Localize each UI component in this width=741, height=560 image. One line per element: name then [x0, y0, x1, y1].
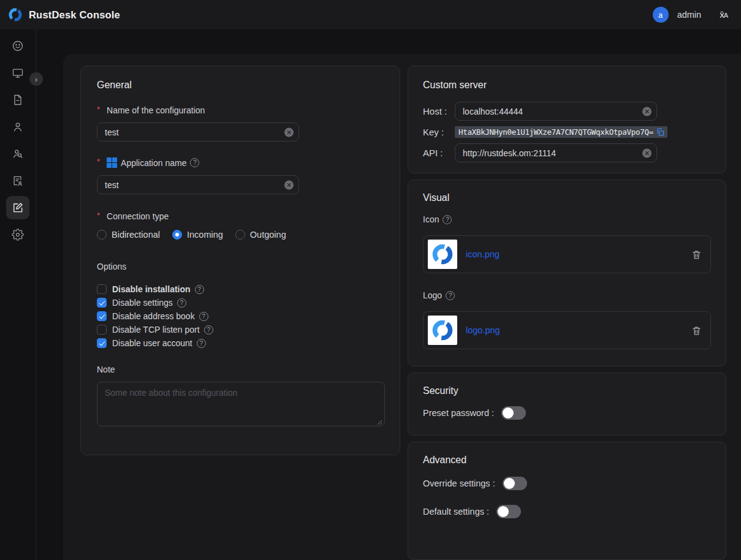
- sidebar-item-groups[interactable]: [6, 142, 29, 165]
- clear-icon[interactable]: ✕: [642, 107, 652, 116]
- application-name-input[interactable]: [97, 175, 299, 194]
- smiley-icon: [12, 40, 24, 52]
- brand: RustDesk Console: [7, 7, 120, 23]
- sidebar-item-dashboard[interactable]: [6, 34, 29, 58]
- application-name-label: Application name ?: [97, 157, 384, 168]
- security-card: Security Preset password :: [408, 373, 726, 436]
- gear-icon: [12, 229, 24, 241]
- checkbox-box: [97, 338, 107, 348]
- edit-icon: [12, 202, 24, 214]
- override-settings-label: Override settings :: [423, 479, 495, 488]
- logo-preview: [428, 316, 457, 345]
- icon-file-link[interactable]: icon.png: [466, 249, 683, 259]
- general-title: General: [97, 80, 384, 91]
- advanced-card: Advanced Override settings : Default set…: [408, 442, 726, 560]
- radio-outgoing[interactable]: Outgoing: [235, 230, 286, 240]
- help-icon[interactable]: ?: [204, 325, 213, 335]
- key-value: HtaXBkJNHyn0e1U1jWXze7A7CN7QTGWqxkOtpaVp…: [458, 127, 653, 137]
- preset-password-toggle[interactable]: [501, 406, 526, 420]
- help-icon[interactable]: ?: [199, 312, 208, 321]
- config-name-label: Name of the configuration: [97, 105, 384, 115]
- note-label: Note: [97, 365, 384, 374]
- chevron-right-icon: ›: [35, 75, 37, 84]
- audit-log-icon: [12, 175, 24, 187]
- document-icon: [12, 94, 24, 106]
- options-list: Disable installation ? Disable settings …: [97, 282, 384, 350]
- trash-icon[interactable]: [691, 249, 702, 260]
- logo-label: Logo ?: [423, 290, 711, 300]
- logo-upload-row: logo.png: [423, 311, 711, 349]
- api-label: API :: [423, 148, 455, 158]
- checkbox-disable-address-book[interactable]: Disable address book ?: [97, 309, 384, 323]
- sidebar-item-custom-clients[interactable]: [6, 196, 29, 219]
- key-value-chip: HtaXBkJNHyn0e1U1jWXze7A7CN7QTGWqxkOtpaVp…: [455, 126, 667, 138]
- clear-icon[interactable]: ✕: [284, 180, 294, 189]
- visual-title: Visual: [423, 192, 711, 203]
- rustdesk-logo: [430, 318, 455, 342]
- help-icon[interactable]: ?: [443, 215, 452, 224]
- trash-icon[interactable]: [691, 325, 702, 336]
- connection-type-group: Bidirectional Incoming Outgoing: [97, 230, 384, 240]
- clear-icon[interactable]: ✕: [284, 127, 294, 137]
- checkbox-box: [97, 311, 107, 321]
- checkbox-disable-user-account[interactable]: Disable user account ?: [97, 336, 384, 350]
- note-textarea[interactable]: [97, 382, 385, 426]
- translate-icon[interactable]: x̄A: [720, 9, 728, 20]
- advanced-title: Advanced: [423, 455, 711, 466]
- icon-preview: [428, 240, 457, 269]
- sidebar: [0, 29, 36, 560]
- general-card: General Name of the configuration ✕ Appl…: [80, 66, 400, 455]
- help-icon[interactable]: ?: [446, 291, 455, 300]
- sidebar-expand-button[interactable]: ›: [29, 72, 43, 86]
- avatar[interactable]: a: [653, 7, 669, 23]
- checkbox-box: [97, 298, 107, 308]
- custom-server-title: Custom server: [423, 80, 711, 91]
- icon-label: Icon ?: [423, 214, 711, 224]
- sidebar-item-audit[interactable]: [6, 169, 29, 192]
- radio-circle: [172, 230, 182, 240]
- config-name-input[interactable]: [97, 123, 299, 142]
- default-settings-label: Default settings :: [423, 507, 489, 516]
- radio-circle: [235, 230, 245, 240]
- override-settings-toggle[interactable]: [503, 477, 527, 490]
- checkbox-box: [97, 325, 107, 335]
- checkbox-box: [97, 284, 107, 294]
- help-icon[interactable]: ?: [190, 158, 199, 167]
- user-search-icon: [12, 148, 24, 160]
- host-label: Host :: [423, 106, 455, 116]
- key-label: Key :: [423, 127, 455, 137]
- main-content: General Name of the configuration ✕ Appl…: [36, 29, 741, 560]
- rustdesk-logo: [7, 7, 23, 23]
- default-settings-toggle[interactable]: [496, 505, 521, 518]
- clear-icon[interactable]: ✕: [642, 148, 652, 157]
- api-input[interactable]: [455, 143, 657, 162]
- rustdesk-logo: [430, 242, 455, 267]
- user-icon: [12, 121, 24, 133]
- username[interactable]: admin: [677, 10, 702, 20]
- app-header: RustDesk Console a admin x̄A: [0, 0, 741, 29]
- custom-server-card: Custom server Host : ✕ Key : HtaXBkJNHyn…: [408, 66, 726, 173]
- sidebar-item-sessions[interactable]: [6, 88, 29, 112]
- options-label: Options: [97, 262, 384, 271]
- sidebar-item-users[interactable]: [6, 115, 29, 138]
- help-icon[interactable]: ?: [197, 339, 206, 348]
- host-input[interactable]: [455, 102, 657, 121]
- checkbox-disable-tcp-listen-port[interactable]: Disable TCP listen port ?: [97, 323, 384, 336]
- sidebar-item-devices[interactable]: [6, 61, 29, 85]
- help-icon[interactable]: ?: [177, 298, 186, 308]
- sidebar-item-settings[interactable]: [6, 223, 29, 246]
- radio-bidirectional[interactable]: Bidirectional: [97, 230, 160, 240]
- checkbox-disable-settings[interactable]: Disable settings ?: [97, 296, 384, 309]
- preset-password-label: Preset password :: [423, 408, 494, 418]
- connection-type-label: Connection type: [97, 211, 384, 221]
- checkbox-disable-installation[interactable]: Disable installation ?: [97, 282, 384, 296]
- logo-file-link[interactable]: logo.png: [466, 325, 683, 335]
- copy-icon[interactable]: [656, 127, 665, 137]
- radio-incoming[interactable]: Incoming: [172, 230, 223, 240]
- radio-circle: [97, 230, 107, 240]
- help-icon[interactable]: ?: [195, 285, 204, 294]
- visual-card: Visual Icon ? icon.png: [408, 180, 726, 366]
- windows-icon: [107, 157, 117, 168]
- security-title: Security: [423, 385, 711, 396]
- resize-grip-icon[interactable]: [377, 420, 382, 425]
